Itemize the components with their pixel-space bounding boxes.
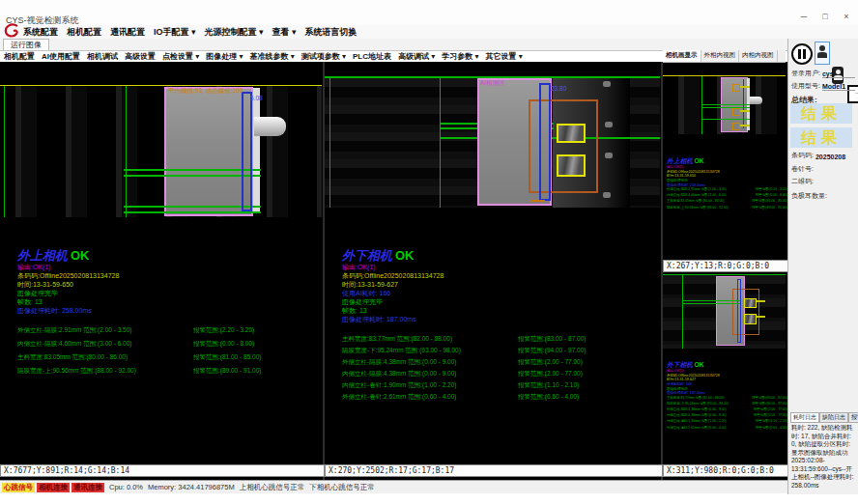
- menu-item[interactable]: 通讯配置: [110, 26, 145, 39]
- tiny-label-mark: [740, 125, 750, 126]
- proc-time-line: 图像处理耗时: 187.00ms: [342, 315, 443, 323]
- maximize-icon[interactable]: □: [819, 12, 831, 21]
- toolbar-item[interactable]: 其它设置 ▾: [486, 51, 523, 62]
- result-block-1: 结果: [790, 103, 852, 124]
- cpu-usage: Cpu: 0.0%: [109, 483, 143, 491]
- alarm-range: 报警范围:(0.60 - 4.00): [518, 393, 579, 405]
- alarm-range: 报警范围:(2.00 - 77.00): [518, 358, 583, 370]
- result-ok: OK: [71, 248, 90, 263]
- frames-line: 帧数: 13: [17, 297, 119, 306]
- menu-item[interactable]: 系统语言切换: [305, 26, 358, 39]
- camera-title: 外下相机OK: [342, 247, 443, 263]
- measurement-list: 外侧立柱-隔膜:2.91mm 范围:(2.00 - 3.50) 报警范围:(2.…: [17, 326, 261, 380]
- log-tab[interactable]: 报警日志: [848, 412, 858, 423]
- inspection-image[interactable]: AI检测区 23.80: [325, 78, 660, 208]
- measurement-value: 主料宽度:83.05mm 范围:(80.00 - 86.00): [17, 353, 193, 367]
- roi-rect-blue: [737, 279, 741, 343]
- measure-line: [682, 300, 740, 301]
- measure-line: [682, 303, 740, 304]
- thumb2-pixel-coords: X:311;Y:980;R:0;G:0;B:0: [663, 464, 788, 477]
- tiny-orange-mark: [531, 200, 545, 202]
- login-user-row: 登录用户: cys: [791, 69, 855, 78]
- menu-item[interactable]: 系统配置: [23, 26, 58, 39]
- tab-count-label: 负极耳数量:: [791, 191, 827, 201]
- app-window: CYS-视觉检测系统 ─ □ × 系统配置相机配置通讯配置IO手配置 ▾光源控制…: [0, 0, 858, 504]
- minimize-icon[interactable]: ─: [798, 12, 810, 21]
- thumb-tab[interactable]: 外相内视图: [701, 50, 740, 62]
- thumb-panel-lower[interactable]: 外下相机OK 输出:OK(1) 条码码:Offline2025020813134…: [663, 271, 786, 464]
- tab-detect-box: [557, 124, 586, 143]
- middle-camera-panel[interactable]: AI检测区 23.80 外下相机OK 输出:OK(1) 条码码:Offline2…: [325, 62, 660, 480]
- roi-green-vline: [4, 86, 5, 217]
- camera-name: 外下相机: [342, 248, 392, 263]
- log-text[interactable]: 耗时: 222, 缺陷检测耗时: 17, 缺陷合并耗时: 0, 缺陷提取分区耗时…: [791, 424, 855, 490]
- alarm-range: 报警范围:(83.00 - 87.00): [518, 335, 586, 347]
- toolbar-item[interactable]: PLC地址表: [353, 51, 391, 62]
- toolbar-item[interactable]: 高级设置: [125, 51, 156, 62]
- thumb-tab[interactable]: 相机画显示: [663, 50, 701, 62]
- toolbar-item[interactable]: 图像处理 ▾: [206, 51, 243, 62]
- time-line: 时间:13-31-59-627: [342, 280, 443, 289]
- measurement-row: 外侧立柱-隔膜:4.38mm 范围:(0.00 - 9.00) 报警范围:(2.…: [342, 358, 586, 370]
- alarm-range: 报警范围:(94.00 - 97.00): [518, 347, 586, 358]
- measurement-row: 外侧立柱-卷针:2.61mm 范围:(0.60 - 4.00) 报警范围:(0.…: [342, 393, 586, 405]
- menu-item[interactable]: 查看 ▾: [272, 26, 297, 39]
- frames-line: 帧数: 13: [342, 306, 443, 315]
- measurement-row: 主料宽度:83.05mm 范围:(80.00 - 86.00) 报警范围:(81…: [17, 353, 261, 367]
- menu-item[interactable]: 光源控制配置 ▾: [205, 26, 264, 39]
- camera-name: 外上相机: [667, 157, 693, 165]
- log-tab[interactable]: 耗时日志: [790, 412, 819, 423]
- menu-item[interactable]: IO手配置 ▾: [154, 26, 196, 39]
- titlebar: CYS-视觉检测系统 ─ □ ×: [0, 0, 858, 25]
- alarm-range: 报警范围:(89.00 - 91.00): [193, 367, 261, 380]
- measurement-list: 主料宽度:83.77mm 范围:(82.00 - 88.00) 报警范围:(83…: [342, 335, 586, 405]
- inspection-image[interactable]: 平均阈值:93, 动态阈值:100 5.08: [0, 86, 322, 217]
- user-mode-button[interactable]: [815, 42, 830, 65]
- toolbar-item[interactable]: 基准线参数 ▾: [250, 51, 295, 62]
- status-badge: 心跳信号: [2, 483, 35, 492]
- proc-time-line: 图像处理耗时: 258.00ms: [17, 306, 119, 315]
- sidebar: → 登录用户: cys 使用型号: Model1 总结果: 结果 结果 条码码:…: [787, 39, 858, 494]
- measurement-row: 内侧立柱-隔膜:4.60mm 范围:(3.00 - 6.00) 报警范围:(0.…: [17, 340, 261, 353]
- measure-line: [124, 211, 261, 213]
- toolbar-item[interactable]: 相机配置: [4, 51, 35, 62]
- bolt-mark: [603, 81, 611, 87]
- log-tab[interactable]: 缺陷日志: [819, 412, 848, 423]
- toolbar-item[interactable]: 测试项参数 ▾: [301, 51, 346, 62]
- bolt-mark: [605, 153, 613, 158]
- toolbar-item[interactable]: 相机调试: [87, 51, 118, 62]
- toolbar-item[interactable]: 学习参数 ▾: [442, 51, 478, 62]
- mini-info-block: 外上相机OK 输出:OK(1) 条码码:Offline2025020813134…: [667, 156, 787, 211]
- app-logo-icon: [3, 23, 20, 39]
- tiny-label-mark: [757, 316, 765, 318]
- tab-detect-box: [744, 314, 757, 324]
- left-camera-panel[interactable]: 平均阈值:93, 动态阈值:100 5.08 外上相机OK 输出:OK(1) 条…: [0, 62, 322, 480]
- mini-inspection-image[interactable]: [663, 76, 786, 134]
- output-line: 输出:OK(1): [342, 263, 443, 271]
- middle-pixel-coords: X:270;Y:2502;R:17;G:17;B:17: [325, 464, 663, 477]
- status-badge: 相机连接: [37, 483, 70, 492]
- camera-info-block: 外上相机OK 输出:OK(1) 条码码:Offline2025020813134…: [17, 247, 119, 315]
- measurement-value: 内侧立柱-隔膜:4.38mm 范围:(0.00 - 9.00): [342, 370, 518, 381]
- thumb-panel-upper[interactable]: 外上相机OK 输出:OK(1) 条码码:Offline2025020813134…: [663, 62, 786, 260]
- defect-marker: [732, 108, 740, 116]
- ai-time-line: 使用AI耗时: 166: [342, 289, 443, 297]
- menu-item[interactable]: 相机配置: [67, 26, 101, 39]
- measurement-value: 隔膜宽度-上:90.56mm 范围:(88.00 - 92.00): [667, 205, 752, 210]
- toolbar-item[interactable]: 高级调试 ▾: [398, 51, 435, 62]
- roi-green-vline: [126, 86, 127, 217]
- pause-button[interactable]: [791, 43, 813, 65]
- close-icon[interactable]: ×: [841, 12, 852, 21]
- toolbar-item[interactable]: 点检设置 ▾: [162, 51, 199, 62]
- mini-inspection-image[interactable]: [663, 275, 786, 349]
- measurement-value: 隔膜宽度-上:90.56mm 范围:(88.00 - 92.00): [17, 367, 193, 380]
- model-value: Model1: [822, 83, 855, 91]
- result-ok: OK: [695, 361, 704, 369]
- barcode-line: 条码码:Offline2025020813134728: [17, 271, 119, 280]
- alarm-range: 报警范围:(2.00 - 77.00): [518, 370, 583, 381]
- toolbar-item[interactable]: AI使用配置: [42, 51, 80, 62]
- status-badge: 通讯连接: [72, 483, 104, 492]
- tab-detect-box: [744, 298, 757, 308]
- thumb-tab[interactable]: 内相内视图: [739, 50, 778, 62]
- tab-run-image[interactable]: 运行图像: [3, 39, 49, 50]
